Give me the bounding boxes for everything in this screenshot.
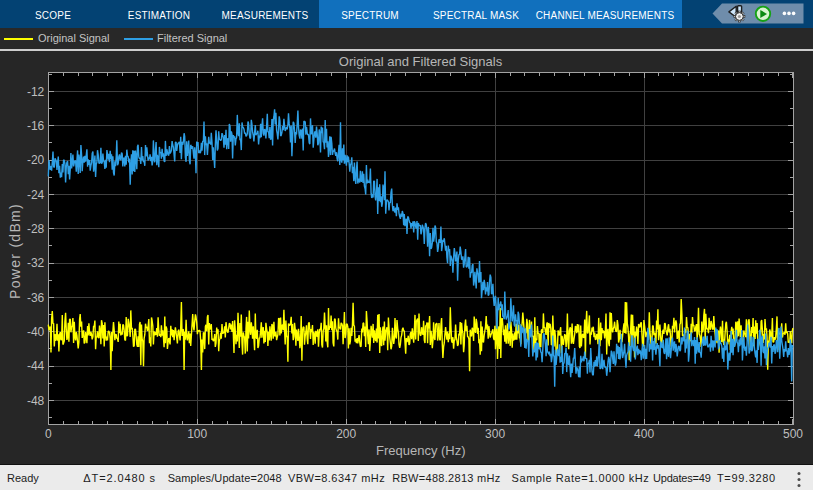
svg-text:300: 300 [485,427,505,441]
svg-text:Power (dBm): Power (dBm) [7,203,23,299]
svg-text:-20: -20 [27,153,45,167]
svg-text:-40: -40 [27,325,45,339]
svg-text:-28: -28 [27,222,45,236]
svg-text:0: 0 [45,427,52,441]
svg-text:-24: -24 [27,188,45,202]
svg-text:-48: -48 [27,394,45,408]
svg-text:Original and Filtered Signals: Original and Filtered Signals [339,54,503,69]
svg-text:-44: -44 [27,359,45,373]
svg-text:-36: -36 [27,291,45,305]
svg-text:100: 100 [187,427,207,441]
svg-text:Frequency (Hz): Frequency (Hz) [376,443,466,458]
svg-text:-16: -16 [27,119,45,133]
svg-text:-12: -12 [27,85,45,99]
svg-text:-32: -32 [27,256,45,270]
svg-text:400: 400 [634,427,654,441]
svg-text:500: 500 [783,427,803,441]
svg-text:200: 200 [336,427,356,441]
